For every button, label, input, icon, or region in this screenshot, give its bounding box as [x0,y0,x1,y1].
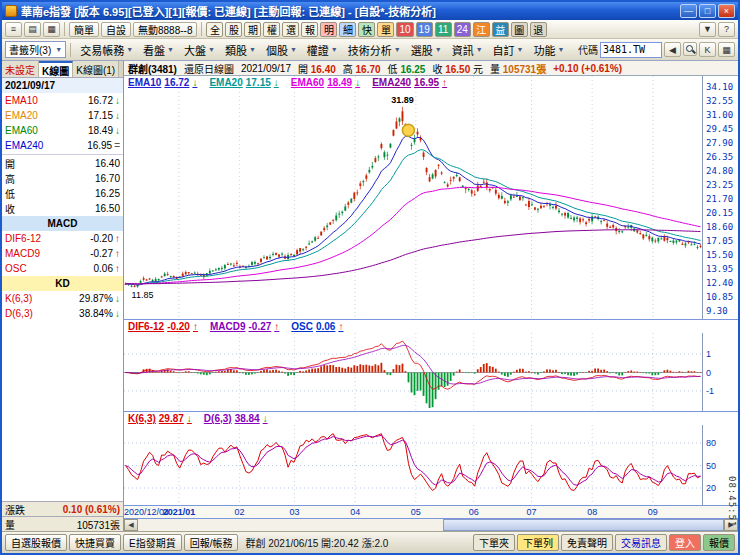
help-icon[interactable]: ? [718,22,735,37]
stock-code-input[interactable] [600,42,662,58]
change-value: 0.10 (0.61%) [63,504,120,515]
legend-item-EMA20[interactable]: EMA2017.15↓ [209,77,278,88]
legend-item-EMA240[interactable]: EMA24016.95↑ [372,77,447,88]
quick-button-全[interactable]: 全 [206,22,223,37]
svg-text:1: 1 [706,349,711,359]
chevron-down-icon: ▼ [249,46,256,53]
quick-button-報[interactable]: 報 [301,22,318,37]
sidebar-tab-K線圖[interactable]: K線圖 [39,61,73,77]
trend-arrow-icon: ↓ [274,77,279,88]
quick-button-24[interactable]: 24 [454,22,471,37]
quick-button-11[interactable]: 11 [435,22,452,37]
bookmark-dropdown[interactable]: 書籤列(3) ▼ [5,41,66,58]
title-bar: 華南e指發 [版本 6.95][已登入][1][報價: 已連線] [主動回報: … [2,2,738,20]
maximize-button[interactable]: □ [699,4,716,18]
sidebar-tab-K線圖(1)[interactable]: K線圖(1) [73,61,119,77]
menu-自訂[interactable]: 自訂▼ [488,41,529,59]
legend-item-DIF6-12[interactable]: DIF6-12-0.20↑ [128,321,198,332]
quick-button-明[interactable]: 明 [320,22,337,37]
status-button-E指發期貨[interactable]: E指發期貨 [123,534,182,551]
close-button[interactable]: × [718,4,735,18]
back-icon[interactable]: ◀ [664,42,681,57]
quick-button-益[interactable]: 益 [492,22,509,37]
legend-item-K(6,3)[interactable]: K(6,3)29.87↓ [128,413,192,424]
menu-選股[interactable]: 選股▼ [406,41,447,59]
svg-text:31.00: 31.00 [706,110,733,120]
separator [201,22,202,36]
status-button-登入[interactable]: 登入 [669,534,701,551]
trend-arrow-icon: ↓ [263,413,268,424]
quick-button-圖[interactable]: 圖 [511,22,528,37]
quick-set-button[interactable]: 自設 [101,22,131,37]
quick-set-button[interactable]: 簡單 [69,22,99,37]
quick-button-股[interactable]: 股 [225,22,242,37]
menu-大盤[interactable]: 大盤▼ [179,41,220,59]
search-icon[interactable] [683,42,697,56]
menu-個股[interactable]: 個股▼ [261,41,302,59]
status-button-報價[interactable]: 報價 [703,534,735,551]
trend-arrow-icon: ↓ [355,77,360,88]
price-chart-canvas[interactable]: 34.1032.5531.0029.4527.9026.3524.8023.25… [124,76,738,320]
indicator-value-group: 16.40 [95,158,120,169]
menu-資訊[interactable]: 資訊▼ [447,41,488,59]
quick-button-單[interactable]: 單 [377,22,394,37]
chart-date: 2021/09/17 [241,63,291,74]
status-button-自選股報價[interactable]: 自選股報價 [5,534,67,551]
quick-button-快[interactable]: 快 [358,22,375,37]
quick-button-權[interactable]: 權 [263,22,280,37]
status-button-快捷買賣[interactable]: 快捷買賣 [69,534,121,551]
macd-chart-canvas[interactable]: 10-1 [124,333,738,412]
quick-button-細[interactable]: 細 [339,22,356,37]
sidebar-tab-未設定[interactable]: 未設定 [2,61,39,77]
legend-item-EMA10[interactable]: EMA1016.72↓ [128,77,197,88]
svg-text:80: 80 [706,438,716,448]
legend-item-EMA60[interactable]: EMA6018.49↓ [291,77,360,88]
quick-button-退[interactable]: 退 [530,22,547,37]
indicator-label: 低 [5,186,15,201]
status-button-下單列[interactable]: 下單列 [517,534,559,551]
status-button-回報/帳務[interactable]: 回報/帳務 [184,534,239,551]
menu-看盤[interactable]: 看盤▼ [138,41,179,59]
indicator-value: 16.70 [95,173,120,184]
menu-類股[interactable]: 類股▼ [220,41,261,59]
separator [64,22,65,36]
horizontal-scrollbar[interactable]: ◀ ▶ [124,519,738,531]
header-item-label: 收 [432,64,445,75]
status-button-交易訊息[interactable]: 交易訊息 [615,534,667,551]
svg-text:29.45: 29.45 [706,124,733,134]
divider [2,154,123,155]
status-button-下單夾[interactable]: 下單夾 [473,534,515,551]
code-label: 代碼 [578,42,598,57]
legend-item-D(6,3)[interactable]: D(6,3)38.84↓ [204,413,268,424]
scrollbar-thumb[interactable] [443,519,724,531]
kline-icon[interactable]: K [699,42,716,57]
scroll-left-button[interactable]: ◀ [124,519,138,531]
quick-button-19[interactable]: 19 [416,22,433,37]
pin-icon[interactable]: ▼ [699,22,716,37]
x-tick-02: 02 [235,507,245,517]
menu-icon[interactable]: ≡ [5,22,22,37]
x-tick-07: 07 [526,507,536,517]
indicator-value: 16.50 [95,203,120,214]
menu-交易帳務[interactable]: 交易帳務▼ [75,41,138,59]
legend-value: 16.95 [414,77,439,88]
menu-技術分析[interactable]: 技術分析▼ [343,41,406,59]
save-icon[interactable]: ▤ [24,22,41,37]
status-button-免責聲明[interactable]: 免責聲明 [561,534,613,551]
quick-button-選[interactable]: 選 [282,22,299,37]
menu-功能[interactable]: 功能▼ [529,41,570,59]
legend-item-MACD9[interactable]: MACD9-0.27↑ [210,321,279,332]
legend-item-OSC[interactable]: OSC0.06↑ [291,321,343,332]
quick-button-江[interactable]: 江 [473,22,490,37]
layout-icon[interactable]: ▦ [43,22,60,37]
quick-set-button[interactable]: 無動8888--8 [133,22,197,37]
header-item-value: 105731張 [503,64,546,75]
menu-label: 個股 [266,42,288,58]
quick-button-期[interactable]: 期 [244,22,261,37]
quick-button-10[interactable]: 10 [396,22,413,37]
kd-chart-canvas[interactable]: 805020 [124,425,738,506]
menu-權證[interactable]: 權證▼ [302,41,343,59]
grid-icon[interactable]: ▦ [718,42,735,57]
minimize-button[interactable]: — [680,4,697,18]
scrollbar-track[interactable] [138,519,724,531]
